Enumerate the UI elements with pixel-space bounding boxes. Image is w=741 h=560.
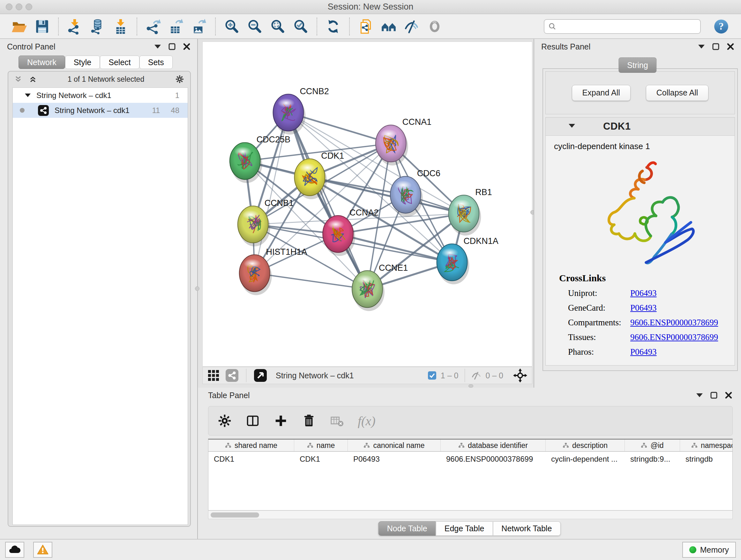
protein-section-header[interactable]: CDK1: [546, 118, 735, 136]
crosslink-link[interactable]: P06493: [630, 347, 657, 357]
memory-button[interactable]: Memory: [682, 542, 736, 558]
update-network-button[interactable]: [323, 17, 343, 37]
network-row[interactable]: String Network – cdk1 11 48: [13, 103, 188, 118]
panel-menu-icon[interactable]: [698, 45, 704, 52]
zoom-selected-button[interactable]: [290, 17, 311, 37]
show-hide-graphics-button[interactable]: [401, 17, 422, 37]
network-node-cdkn1a[interactable]: CDKN1A: [437, 236, 498, 285]
network-home-button[interactable]: [379, 17, 399, 37]
node-label: CDC6: [417, 169, 441, 178]
control-panel-tab-sets[interactable]: Sets: [139, 56, 173, 69]
network-view-icon[interactable]: [226, 369, 239, 382]
table-tab-edge-table[interactable]: Edge Table: [436, 521, 493, 536]
delete-column-icon[interactable]: [301, 414, 316, 428]
column-header-description[interactable]: description: [546, 440, 625, 451]
crosslink-link[interactable]: 9606.ENSP00000378699: [630, 332, 718, 342]
collapse-section-icon[interactable]: [569, 124, 575, 131]
clone-network-button[interactable]: [355, 17, 376, 37]
expand-all-button[interactable]: Expand All: [572, 85, 630, 101]
zoom-in-button[interactable]: [221, 17, 242, 37]
network-node-cdc25b[interactable]: CDC25B: [230, 135, 290, 183]
hidden-eye-icon[interactable]: [471, 371, 481, 380]
float-panel-icon[interactable]: [169, 43, 176, 50]
control-panel-tab-style[interactable]: Style: [65, 56, 100, 69]
pan-crosshair-icon[interactable]: [513, 368, 528, 383]
toolbar-separator: [317, 17, 317, 36]
expand-all-icon[interactable]: [29, 75, 37, 83]
selected-checkbox-icon[interactable]: [428, 371, 436, 380]
toolbar-separator: [465, 369, 465, 382]
network-canvas[interactable]: CCNB2CCNA1CDC25BCDK1CDC6RB1CCNB1CCNA2CDK…: [202, 42, 532, 367]
zoom-selected-icon: [293, 18, 309, 35]
table-tab-node-table[interactable]: Node Table: [379, 521, 436, 536]
table-row[interactable]: CDK1CDK1P064939606.ENSP00000378699cyclin…: [208, 452, 732, 466]
table-tab-network-table[interactable]: Network Table: [493, 521, 560, 536]
crosslink-link[interactable]: 9606.ENSP00000378699: [630, 318, 718, 327]
node-table: shared namenamecanonical namedatabase id…: [208, 439, 733, 510]
table-panel-title: Table Panel: [208, 391, 250, 400]
panel-menu-icon[interactable]: [154, 45, 161, 52]
network-node-rb1[interactable]: RB1: [448, 187, 492, 236]
column-header-name[interactable]: name: [294, 440, 348, 451]
table-settings-gear-icon[interactable]: [217, 414, 232, 428]
network-node-ccne1[interactable]: CCNE1: [352, 263, 408, 311]
graphics-detail-button[interactable]: [424, 17, 445, 37]
network-collection-row[interactable]: String Network – cdk1 1: [13, 88, 188, 103]
network-edge[interactable]: [288, 113, 367, 289]
show-columns-icon[interactable]: [246, 414, 260, 428]
network-node-hist1h1a[interactable]: HIST1H1A: [239, 247, 307, 295]
control-panel-tab-select[interactable]: Select: [100, 56, 139, 69]
search-input[interactable]: [560, 22, 696, 31]
panel-menu-icon[interactable]: [696, 393, 703, 400]
network-node-ccna1[interactable]: CCNA1: [376, 117, 431, 165]
control-panel-tab-network[interactable]: Network: [18, 56, 65, 69]
minimize-window-button[interactable]: [16, 3, 22, 10]
grid-view-icon[interactable]: [207, 369, 220, 382]
crosslink-link[interactable]: P06493: [630, 288, 657, 298]
collection-count: 1: [175, 91, 179, 100]
scrollbar-thumb[interactable]: [211, 512, 259, 517]
network-node-ccnb2[interactable]: CCNB2: [273, 86, 329, 135]
gear-icon[interactable]: [175, 74, 185, 84]
import-table-button[interactable]: [111, 17, 131, 37]
crosslink-row: Pharos:P06493: [559, 347, 731, 357]
collection-expander-icon[interactable]: [25, 94, 30, 100]
collapse-all-icon[interactable]: [14, 75, 22, 83]
float-panel-icon[interactable]: [711, 392, 718, 399]
open-session-button[interactable]: [9, 17, 29, 37]
import-network-from-file-button[interactable]: [64, 17, 85, 37]
zoom-fit-button[interactable]: [267, 17, 288, 37]
zoom-window-button[interactable]: [25, 3, 32, 10]
close-panel-icon[interactable]: [727, 43, 734, 50]
column-header-canonical-name[interactable]: canonical name: [348, 440, 441, 451]
help-button[interactable]: ?: [711, 17, 731, 37]
import-network-from-database-button[interactable]: [87, 17, 108, 37]
toolbar-separator: [349, 17, 350, 36]
column-header-id[interactable]: @id: [625, 440, 680, 451]
zoom-out-button[interactable]: [245, 17, 265, 37]
left-splitter-grip[interactable]: [195, 287, 199, 291]
zoom-out-icon: [247, 18, 263, 35]
column-header-shared-name[interactable]: shared name: [208, 440, 294, 451]
warnings-button[interactable]: [33, 542, 52, 558]
table-horizontal-scrollbar[interactable]: [208, 510, 733, 519]
bottom-splitter-grip[interactable]: [468, 384, 473, 388]
float-panel-icon[interactable]: [712, 43, 719, 50]
collapse-all-button[interactable]: Collapse All: [646, 85, 709, 101]
column-header-namespace[interactable]: namespace: [680, 440, 733, 451]
close-panel-icon[interactable]: [183, 43, 190, 50]
export-network-button[interactable]: [143, 17, 163, 37]
detach-view-icon[interactable]: [254, 369, 267, 382]
column-header-database-identifier[interactable]: database identifier: [441, 440, 546, 451]
export-table-button[interactable]: [166, 17, 186, 37]
save-session-button[interactable]: [32, 17, 52, 37]
results-tab-string[interactable]: String: [618, 57, 657, 73]
network-icon: [38, 105, 49, 116]
table-cell: stringdb:9...: [625, 452, 680, 466]
export-image-button[interactable]: [189, 17, 209, 37]
close-panel-icon[interactable]: [725, 392, 732, 399]
cloud-status-button[interactable]: [5, 542, 24, 558]
crosslink-link[interactable]: P06493: [630, 303, 657, 313]
add-column-icon[interactable]: [273, 414, 288, 428]
close-window-button[interactable]: [6, 3, 12, 10]
